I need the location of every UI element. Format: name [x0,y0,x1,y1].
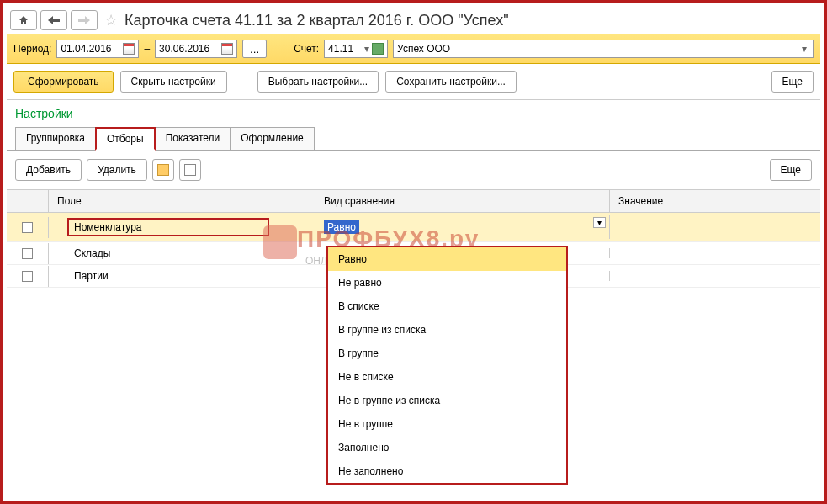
field-warehouses: Склады [49,242,315,264]
dd-item-filled[interactable]: Заполнено [328,436,566,459]
date-dash: – [144,43,150,55]
header: ☆ Карточка счета 41.11 за 2 квартал 2016… [7,7,820,34]
field-batches: Партии [49,265,315,287]
chevron-down-icon[interactable]: ▾ [593,217,606,228]
doc-icon-button[interactable] [179,159,201,181]
account-label: Счет: [294,43,319,55]
tab-grouping[interactable]: Группировка [15,127,96,150]
compare-dropdown: Равно Не равно В списке В группе из спис… [326,246,568,485]
book-icon[interactable] [372,43,384,55]
more-button[interactable]: Еще [771,71,814,93]
compare-selected-value: Равно [324,220,359,234]
forward-button[interactable] [71,10,98,30]
col-field-header: Поле [49,190,315,212]
calendar-icon[interactable] [123,43,135,55]
add-button[interactable]: Добавить [15,159,82,181]
row-checkbox[interactable] [22,271,33,282]
dropdown-icon[interactable]: ▾ [362,43,372,55]
compare-cell[interactable]: Равно ▾ [315,215,610,239]
back-button[interactable] [40,10,67,30]
dd-item-not-equals[interactable]: Не равно [328,271,566,294]
tab-indicators[interactable]: Показатели [155,127,231,150]
account-input[interactable]: ▾ [324,40,388,58]
col-value-header: Значение [610,190,820,212]
delete-button[interactable]: Удалить [87,159,147,181]
dd-item-in-group[interactable]: В группе [328,342,566,365]
dd-item-not-in-group[interactable]: Не в группе [328,412,566,436]
dd-item-not-in-list[interactable]: Не в списке [328,365,566,389]
actions-row: Добавить Удалить Еще [7,151,820,189]
period-picker-button[interactable]: ... [242,40,267,58]
toolbar: Сформировать Скрыть настройки Выбрать на… [7,64,820,100]
tab-filters[interactable]: Отборы [95,127,156,151]
period-bar: Период: – ... Счет: ▾ ▾ [7,34,820,64]
dd-item-in-group-list[interactable]: В группе из списка [328,318,566,342]
form-button[interactable]: Сформировать [13,71,114,93]
tab-design[interactable]: Оформление [230,127,314,150]
value-cell [610,271,820,281]
dd-item-equals[interactable]: Равно [328,247,566,271]
value-cell [610,248,820,258]
page-title: Карточка счета 41.11 за 2 квартал 2016 г… [125,12,509,29]
settings-title: Настройки [7,100,820,127]
row-checkbox[interactable] [22,248,33,259]
hide-settings-button[interactable]: Скрыть настройки [120,71,227,93]
dd-item-in-list[interactable]: В списке [328,294,566,318]
col-check-header [7,190,49,212]
table-row[interactable]: Номенклатура Равно ▾ [7,213,820,242]
table-header: Поле Вид сравнения Значение [7,189,820,213]
home-button[interactable] [10,10,37,30]
org-input[interactable]: ▾ [393,40,814,58]
value-cell[interactable] [610,222,820,232]
tabs: Группировка Отборы Показатели Оформление [7,127,820,151]
favorite-icon[interactable]: ☆ [101,11,121,29]
choose-settings-button[interactable]: Выбрать настройки... [257,71,379,93]
dropdown-icon[interactable]: ▾ [799,43,809,55]
date-from-input[interactable] [56,40,139,58]
clip-icon-button[interactable] [152,159,174,181]
field-nomenclature[interactable]: Номенклатура [67,218,269,236]
dd-item-not-filled[interactable]: Не заполнено [328,459,566,483]
period-label: Период: [13,43,51,55]
dd-item-not-in-group-list[interactable]: Не в группе из списка [328,389,566,412]
col-compare-header: Вид сравнения [315,190,610,212]
date-to-input[interactable] [155,40,237,58]
save-settings-button[interactable]: Сохранить настройки... [385,71,517,93]
more-button-2[interactable]: Еще [770,159,812,181]
doc-icon [184,164,196,176]
row-checkbox[interactable] [22,222,33,233]
clip-icon [157,164,169,176]
calendar-icon[interactable] [221,43,233,55]
